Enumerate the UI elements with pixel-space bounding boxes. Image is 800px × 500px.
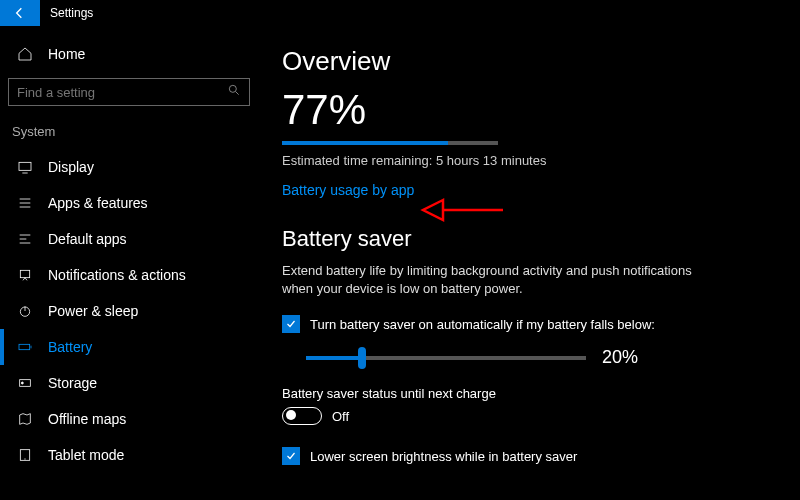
saver-toggle[interactable] [282, 407, 322, 425]
main-panel: Overview 77% Estimated time remaining: 5… [258, 26, 800, 500]
monitor-icon [16, 159, 34, 175]
home-icon [16, 46, 34, 62]
nav-list: Display Apps & features Default apps Not… [8, 149, 250, 473]
estimated-time: Estimated time remaining: 5 hours 13 min… [282, 153, 780, 168]
battery-saver-heading: Battery saver [282, 226, 780, 252]
sidebar-item-label: Display [48, 159, 94, 175]
list-icon [16, 195, 34, 211]
storage-icon [16, 375, 34, 391]
battery-bar [282, 141, 498, 145]
threshold-value: 20% [602, 347, 638, 368]
sidebar-item-label: Power & sleep [48, 303, 138, 319]
sidebar-item-tablet-mode[interactable]: Tablet mode [8, 437, 250, 473]
auto-saver-row[interactable]: Turn battery saver on automatically if m… [282, 315, 780, 333]
sidebar-item-default-apps[interactable]: Default apps [8, 221, 250, 257]
battery-icon [16, 339, 34, 355]
search-input[interactable] [17, 85, 197, 100]
lower-brightness-row[interactable]: Lower screen brightness while in battery… [282, 447, 780, 465]
window-title: Settings [50, 6, 93, 20]
sidebar: Home System Display Apps & features Defa… [0, 26, 258, 500]
sidebar-item-label: Storage [48, 375, 97, 391]
power-icon [16, 303, 34, 319]
tablet-icon [16, 447, 34, 463]
sidebar-item-storage[interactable]: Storage [8, 365, 250, 401]
slider-fill [306, 356, 362, 360]
battery-saver-desc: Extend battery life by limiting backgrou… [282, 262, 702, 297]
arrow-left-icon [12, 5, 28, 21]
sidebar-item-label: Tablet mode [48, 447, 124, 463]
sidebar-home-label: Home [48, 46, 85, 62]
sidebar-item-notifications[interactable]: Notifications & actions [8, 257, 250, 293]
toggle-knob [286, 410, 296, 420]
saver-toggle-state: Off [332, 409, 349, 424]
overview-heading: Overview [282, 46, 780, 77]
saver-status-label: Battery saver status until next charge [282, 386, 780, 401]
auto-saver-checkbox[interactable] [282, 315, 300, 333]
svg-rect-1 [19, 162, 31, 170]
notification-icon [16, 267, 34, 283]
battery-usage-link[interactable]: Battery usage by app [282, 182, 780, 198]
map-icon [16, 411, 34, 427]
search-box[interactable] [8, 78, 250, 106]
slider-thumb[interactable] [358, 347, 366, 369]
svg-rect-2 [20, 270, 29, 277]
sidebar-item-battery[interactable]: Battery [8, 329, 250, 365]
sidebar-item-label: Offline maps [48, 411, 126, 427]
defaults-icon [16, 231, 34, 247]
lower-brightness-label: Lower screen brightness while in battery… [310, 449, 577, 464]
sidebar-home[interactable]: Home [8, 38, 250, 70]
svg-point-6 [21, 382, 23, 384]
sidebar-item-display[interactable]: Display [8, 149, 250, 185]
sidebar-item-label: Notifications & actions [48, 267, 186, 283]
battery-percent: 77% [282, 89, 780, 131]
sidebar-item-label: Battery [48, 339, 92, 355]
threshold-slider[interactable] [306, 356, 586, 360]
check-icon [285, 450, 297, 462]
back-button[interactable] [0, 0, 40, 26]
check-icon [285, 318, 297, 330]
sidebar-item-apps[interactable]: Apps & features [8, 185, 250, 221]
lower-brightness-checkbox[interactable] [282, 447, 300, 465]
search-icon [227, 83, 241, 101]
sidebar-item-power[interactable]: Power & sleep [8, 293, 250, 329]
sidebar-item-offline-maps[interactable]: Offline maps [8, 401, 250, 437]
battery-bar-fill [282, 141, 448, 145]
sidebar-category: System [8, 120, 250, 149]
svg-rect-4 [19, 344, 30, 349]
sidebar-item-label: Apps & features [48, 195, 148, 211]
auto-saver-label: Turn battery saver on automatically if m… [310, 317, 655, 332]
svg-point-0 [229, 85, 236, 92]
sidebar-item-label: Default apps [48, 231, 127, 247]
